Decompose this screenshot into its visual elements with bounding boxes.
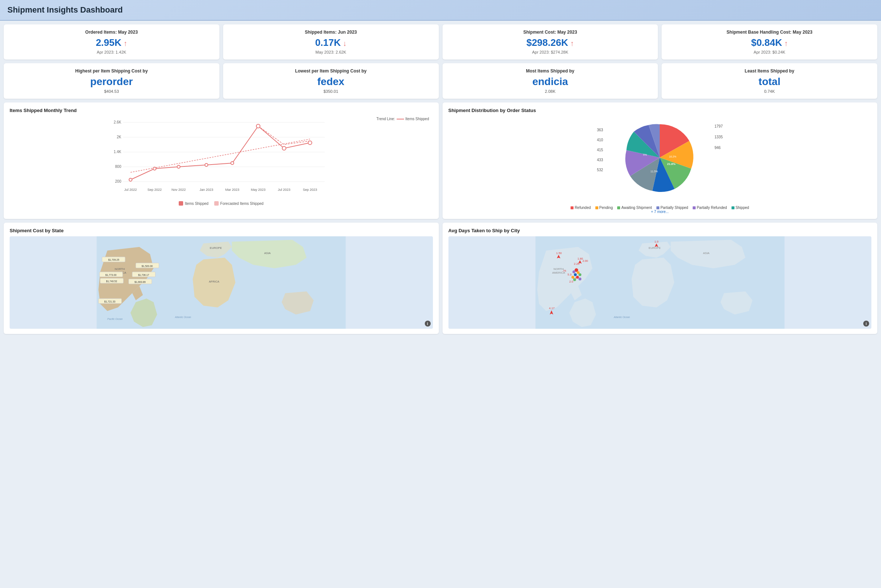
- svg-text:$1,740.52: $1,740.52: [106, 280, 117, 282]
- map-days-container: NORTH AMERICA EUROPE ASIA Atlantic Ocean…: [448, 236, 872, 329]
- svg-text:$1,520.00: $1,520.00: [142, 265, 153, 267]
- svg-text:ASIA: ASIA: [703, 252, 709, 255]
- svg-point-81: [573, 278, 576, 281]
- svg-text:Jul 2023: Jul 2023: [278, 188, 290, 192]
- svg-text:$1,663.89: $1,663.89: [135, 280, 146, 283]
- svg-text:2.20: 2.20: [574, 262, 579, 266]
- kpi-handling-cost: Shipment Base Handling Cost: May 2023 $0…: [662, 24, 877, 60]
- svg-text:May 2023: May 2023: [251, 188, 266, 192]
- maps-row: Shipment Cost by State: [4, 223, 877, 334]
- svg-text:.75: .75: [562, 269, 566, 273]
- map-cost-container: NORTH AMERICA EUROPE ASIA AFRICA Pacific…: [10, 236, 433, 329]
- header: Shipment Insights Dashboard: [0, 0, 881, 21]
- svg-text:5.3: 5.3: [567, 273, 571, 276]
- svg-text:AFRICA: AFRICA: [209, 280, 219, 283]
- svg-text:Pacific Ocean: Pacific Ocean: [107, 318, 123, 320]
- svg-text:NORTH: NORTH: [115, 267, 125, 271]
- svg-text:2.0: 2.0: [569, 280, 573, 283]
- svg-text:$1,773.00: $1,773.00: [105, 274, 117, 276]
- legend-forecasted: Forecasted Items Shipped: [214, 201, 263, 206]
- line-chart-container: Trend Line: Items Shipped 2.6K 2K 1.4K 8…: [10, 117, 433, 206]
- svg-point-75: [573, 270, 575, 273]
- page-title: Shipment Insights Dashboard: [8, 5, 873, 15]
- info-most-shipped: Most Items Shipped by endicia 2.08K: [442, 63, 658, 99]
- world-map-cost: NORTH AMERICA EUROPE ASIA AFRICA Pacific…: [10, 236, 433, 329]
- svg-text:ASIA: ASIA: [264, 252, 271, 255]
- svg-point-24: [256, 124, 260, 128]
- pie-svg: 21.8% 16.2% 11.5% 5%: [623, 120, 697, 195]
- kpi-shipment-cost: Shipment Cost: May 2023 $298.26K Apr 202…: [442, 24, 658, 60]
- info-highest-cost: Highest per Item Shipping Cost by perord…: [4, 63, 219, 99]
- line-chart-svg: 2.6K 2K 1.4K 800 200 Jul 2022 Sep 2022 N…: [10, 117, 433, 198]
- svg-text:Nov 2022: Nov 2022: [171, 188, 186, 192]
- svg-text:Sep 2023: Sep 2023: [303, 188, 317, 192]
- pie-chart-card: Shipment Distribution by Order Status 36…: [442, 102, 878, 219]
- svg-text:Atlantic Ocean: Atlantic Ocean: [174, 316, 191, 318]
- svg-point-22: [205, 164, 208, 166]
- kpi-ordered-items: Ordered Items: May 2023 2.95K Apr 2023: …: [4, 24, 219, 60]
- trend-line-sample: [397, 119, 404, 120]
- svg-text:Mar 2023: Mar 2023: [226, 188, 239, 192]
- map-cost-card: Shipment Cost by State: [4, 223, 439, 334]
- svg-text:EUROPE: EUROPE: [649, 246, 660, 250]
- svg-point-20: [153, 167, 156, 170]
- svg-text:$1,721.33: $1,721.33: [104, 300, 116, 303]
- svg-text:1.4K: 1.4K: [114, 150, 121, 154]
- svg-text:Sep 2022: Sep 2022: [147, 188, 162, 192]
- svg-text:$1,709.25: $1,709.25: [108, 258, 119, 261]
- info-row: Highest per Item Shipping Cost by perord…: [4, 63, 877, 99]
- kpi-shipped-items: Shipped Items: Jun 2023 0.17K May 2023: …: [223, 24, 439, 60]
- svg-text:11.5%: 11.5%: [651, 170, 658, 173]
- svg-point-76: [578, 273, 581, 276]
- map-days-info-btn[interactable]: i: [863, 321, 869, 327]
- svg-text:2.6K: 2.6K: [114, 120, 121, 124]
- kpi-row: Ordered Items: May 2023 2.95K Apr 2023: …: [4, 24, 877, 60]
- info-lowest-cost: Lowest per Item Shipping Cost by fedex $…: [223, 63, 439, 99]
- world-map-days: NORTH AMERICA EUROPE ASIA Atlantic Ocean…: [448, 236, 872, 329]
- pie-legend: Refunded Pending Awaiting Shipment Parti…: [571, 206, 749, 210]
- svg-text:16.2%: 16.2%: [669, 155, 677, 158]
- svg-text:2.00: 2.00: [582, 259, 588, 262]
- map-days-card: Avg Days Taken to Ship by City: [442, 223, 878, 334]
- svg-text:EUROPE: EUROPE: [210, 246, 222, 250]
- svg-point-23: [231, 162, 234, 165]
- svg-text:2K: 2K: [117, 135, 122, 139]
- svg-point-77: [574, 273, 577, 276]
- svg-point-25: [282, 147, 286, 150]
- svg-text:200: 200: [115, 179, 121, 183]
- svg-text:21.8%: 21.8%: [667, 162, 676, 166]
- svg-text:800: 800: [115, 165, 121, 169]
- info-least-shipped: Least Items Shipped by total 0.74K: [662, 63, 877, 99]
- svg-text:1.0: 1.0: [654, 240, 658, 243]
- svg-point-21: [177, 165, 180, 168]
- svg-text:Jan 2023: Jan 2023: [200, 188, 213, 192]
- pie-section: 363 410 415 433 532 1797 1335 946: [448, 117, 872, 214]
- map-cost-info-btn[interactable]: i: [425, 321, 431, 327]
- svg-text:$1,736.17: $1,736.17: [138, 274, 149, 276]
- svg-point-19: [129, 178, 132, 181]
- svg-point-80: [578, 278, 581, 280]
- svg-text:Atlantic Ocean: Atlantic Ocean: [613, 316, 630, 318]
- svg-text:5%: 5%: [643, 153, 647, 156]
- more-link[interactable]: + 7 more...: [651, 210, 669, 214]
- trend-legend: Trend Line: Items Shipped: [376, 117, 429, 121]
- legend-items-shipped: Items Shipped: [179, 201, 208, 206]
- charts-row: Items Shipped Monthly Trend Trend Line: …: [4, 102, 877, 219]
- svg-text:Jul 2022: Jul 2022: [124, 188, 137, 192]
- svg-text:1.50: 1.50: [556, 252, 561, 255]
- svg-point-79: [571, 276, 574, 279]
- svg-point-78: [576, 276, 579, 279]
- line-chart-card: Items Shipped Monthly Trend Trend Line: …: [4, 102, 439, 219]
- svg-point-26: [308, 141, 312, 145]
- svg-text:4.17: 4.17: [549, 307, 554, 310]
